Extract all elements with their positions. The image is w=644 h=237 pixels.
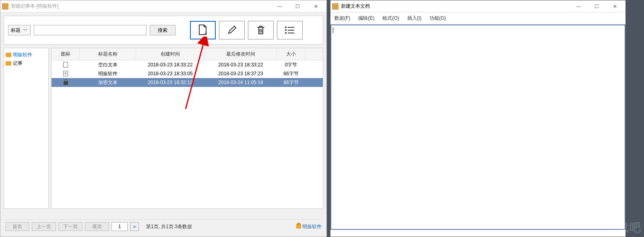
watermark: 下载吧	[605, 220, 642, 235]
delete-note-button[interactable]	[248, 21, 274, 39]
minimize-button[interactable]: —	[270, 1, 289, 12]
svg-rect-4	[288, 30, 294, 31]
search-mode-select[interactable]: 标题 ﹀	[8, 25, 31, 35]
window-title: 新建文本文档	[341, 3, 570, 10]
page-status: 第1页, 共1页:3条数据	[146, 223, 192, 230]
menu-data[interactable]: 数据(F)	[334, 15, 350, 22]
footer-link-label: 明振软件	[302, 223, 322, 230]
minimize-button[interactable]: —	[570, 1, 588, 12]
go-page-button[interactable]: »	[130, 222, 139, 231]
header-modified[interactable]: 最后修改时间	[204, 48, 277, 60]
svg-rect-6	[288, 33, 294, 33]
cell-title: 明振软件	[80, 70, 136, 77]
titlebar-left: 智能记事本-[明振软件] — ☐ ✕	[0, 0, 326, 12]
footer-link[interactable]: 明振软件	[296, 223, 322, 230]
app-icon	[2, 3, 8, 10]
app-icon	[332, 3, 339, 10]
list-body: 空白文本 2018-03-23 18:33:22 2018-03-23 18:3…	[52, 60, 323, 208]
cell-created: 2018-03-23 18:33:22	[136, 62, 204, 68]
table-row[interactable]: 加密文本 2018-03-23 18:32:12 2018-03-24 11:0…	[52, 78, 323, 87]
cell-size: 66字节	[277, 79, 305, 86]
cell-created: 2018-03-23 18:33:05	[136, 71, 204, 76]
lock-icon	[64, 81, 68, 85]
search-mode-label: 标题	[11, 27, 21, 34]
cell-size: 0字节	[277, 62, 305, 68]
document-icon	[63, 71, 68, 76]
maximize-button[interactable]: ☐	[588, 1, 606, 12]
cell-modified: 2018-03-24 11:05:18	[204, 80, 277, 85]
trash-icon	[256, 25, 266, 36]
prev-page-button[interactable]: 上一页	[32, 222, 56, 231]
main-body: 明振软件 记事 图标 标题名称 创建时间 最后修改时间 大小 空白文本 2018…	[4, 48, 323, 209]
list-view-button[interactable]	[277, 21, 303, 39]
cell-size: 66字节	[277, 70, 305, 77]
chevron-down-icon: ﹀	[23, 27, 28, 34]
list-header: 图标 标题名称 创建时间 最后修改时间 大小	[52, 48, 323, 60]
text-cursor	[333, 27, 333, 33]
text-editor-area[interactable]	[330, 25, 625, 230]
page-icon	[63, 62, 68, 68]
new-note-button[interactable]: +	[190, 21, 216, 39]
svg-point-3	[285, 29, 287, 31]
sidebar-item-0[interactable]: 明振软件	[6, 51, 47, 59]
page-input[interactable]	[111, 222, 128, 231]
close-button[interactable]: ✕	[606, 1, 624, 12]
svg-text:+: +	[204, 31, 207, 36]
search-button[interactable]: 搜索	[150, 25, 175, 35]
maximize-button[interactable]: ☐	[289, 1, 307, 12]
first-page-button[interactable]: 首页	[5, 222, 29, 231]
cell-title: 加密文本	[80, 79, 136, 86]
cell-modified: 2018-03-23 18:33:22	[204, 62, 277, 68]
folder-sidebar: 明振软件 记事	[4, 48, 49, 209]
last-page-button[interactable]: 尾页	[85, 222, 109, 231]
menu-function[interactable]: 功能(G)	[429, 15, 446, 22]
header-icon[interactable]: 图标	[52, 48, 80, 60]
sidebar-item-label: 明振软件	[13, 52, 32, 58]
pager: 首页 上一页 下一页 尾页 » 第1页, 共1页:3条数据 明振软件	[4, 219, 323, 233]
window-controls: — ☐ ✕	[270, 1, 325, 12]
search-input[interactable]	[34, 25, 147, 35]
folder-icon	[6, 61, 11, 66]
header-size[interactable]: 大小	[277, 48, 305, 60]
close-button[interactable]: ✕	[307, 1, 325, 12]
sidebar-item-1[interactable]: 记事	[6, 59, 47, 68]
menu-edit[interactable]: 编辑(E)	[358, 15, 374, 22]
home-icon	[296, 225, 301, 229]
text-editor-window: 新建文本文档 — ☐ ✕ 数据(F) 编辑(E) 格式(O) 插入(I) 功能(…	[330, 0, 626, 237]
notes-app-window: 智能记事本-[明振软件] — ☐ ✕ 标题 ﹀ 搜索 +	[0, 0, 327, 237]
window-title: 智能记事本-[明振软件]	[11, 3, 270, 10]
cell-modified: 2018-03-23 18:37:23	[204, 71, 277, 76]
svg-point-1	[285, 27, 287, 28]
header-title[interactable]: 标题名称	[80, 48, 136, 60]
pencil-icon	[226, 25, 237, 36]
notes-list: 图标 标题名称 创建时间 最后修改时间 大小 空白文本 2018-03-23 1…	[51, 48, 323, 209]
window-controls: — ☐ ✕	[570, 1, 624, 12]
table-row[interactable]: 明振软件 2018-03-23 18:33:05 2018-03-23 18:3…	[52, 69, 323, 78]
table-row[interactable]: 空白文本 2018-03-23 18:33:22 2018-03-23 18:3…	[52, 60, 323, 69]
header-created[interactable]: 创建时间	[136, 48, 204, 60]
new-file-icon: +	[197, 24, 208, 36]
titlebar-right: 新建文本文档 — ☐ ✕	[330, 0, 625, 12]
menubar: 数据(F) 编辑(E) 格式(O) 插入(I) 功能(G)	[330, 12, 625, 25]
edit-note-button[interactable]	[219, 21, 245, 39]
cell-title: 空白文本	[80, 62, 136, 68]
menu-format[interactable]: 格式(O)	[382, 15, 399, 22]
folder-icon	[6, 53, 11, 57]
cell-created: 2018-03-23 18:32:12	[136, 80, 204, 85]
toolbar: 标题 ﹀ 搜索 +	[4, 16, 323, 45]
list-icon	[284, 26, 295, 35]
sidebar-item-label: 记事	[13, 60, 23, 67]
svg-point-5	[285, 32, 287, 34]
menu-insert[interactable]: 插入(I)	[407, 15, 421, 22]
next-page-button[interactable]: 下一页	[58, 222, 83, 231]
svg-rect-2	[288, 27, 294, 28]
